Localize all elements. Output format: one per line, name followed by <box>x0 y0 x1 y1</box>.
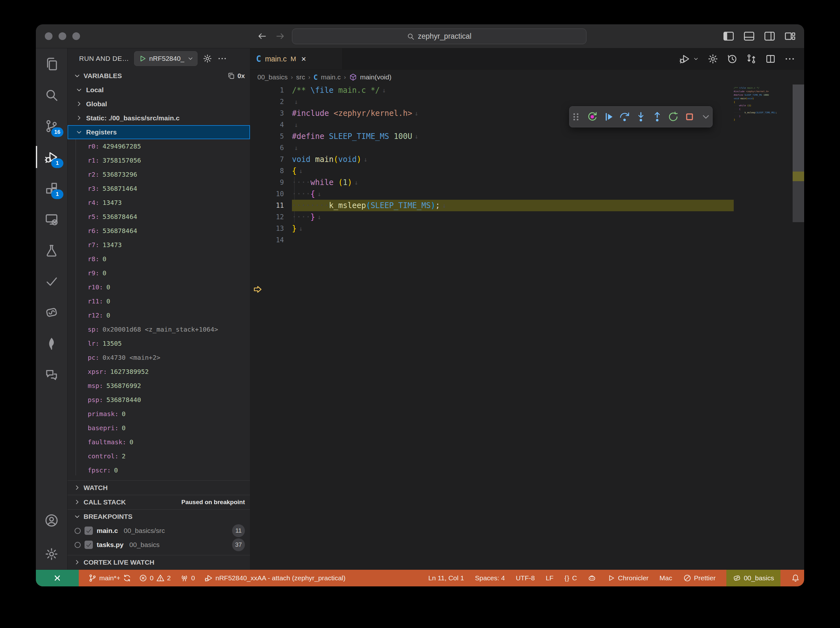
register-row-r5[interactable]: r5:536878464 <box>68 210 250 224</box>
breadcrumb-item[interactable]: main(void) <box>360 73 392 81</box>
cursor-position[interactable]: Ln 11, Col 1 <box>428 570 464 586</box>
toggle-panel-button[interactable] <box>743 30 755 42</box>
variables-scope-global[interactable]: Global <box>68 97 250 111</box>
breakpoint-row-tasks-py[interactable]: tasks.py00_basics37 <box>68 538 250 552</box>
code-line-9[interactable]: 9····while (1)↓ <box>250 177 734 188</box>
chronicler-status[interactable]: Chronicler <box>607 570 649 586</box>
open-changes-icon[interactable] <box>746 54 757 64</box>
run-dropdown-chevron[interactable] <box>693 56 699 62</box>
line-number[interactable]: 8 <box>250 167 284 175</box>
code-area[interactable]: 1/** \file main.c */↓2↓3#include <zephyr… <box>250 85 804 570</box>
command-center[interactable]: zephyr_practical <box>292 28 586 44</box>
activity-bar-item-remote-explorer[interactable] <box>36 204 67 235</box>
register-row-r1[interactable]: r1:3758157056 <box>68 153 250 167</box>
register-row-r2[interactable]: r2:536873296 <box>68 167 250 181</box>
register-row-r11[interactable]: r11:0 <box>68 294 250 308</box>
forward-button[interactable] <box>275 32 285 41</box>
register-row-pc[interactable]: pc:0x4730 <main+2> <box>68 350 250 364</box>
split-editor-icon[interactable] <box>765 54 776 64</box>
indentation[interactable]: Spaces: 4 <box>475 570 505 586</box>
activity-bar-item-accounts[interactable] <box>36 505 67 536</box>
variables-scope-registers[interactable]: Registers <box>68 125 250 139</box>
line-number[interactable]: 2 <box>250 98 284 106</box>
register-row-control[interactable]: control:2 <box>68 449 250 463</box>
broadcast-status[interactable]: 0 <box>180 570 195 586</box>
prettier-status[interactable]: Prettier <box>683 570 716 586</box>
activity-bar-item-explorer[interactable] <box>36 48 67 79</box>
breadcrumb-item[interactable]: main.c <box>321 73 341 81</box>
step-into-button[interactable] <box>635 110 647 124</box>
scrollbar-slider[interactable] <box>793 85 804 172</box>
encoding[interactable]: UTF-8 <box>516 570 535 586</box>
line-number[interactable]: 11 <box>250 202 284 209</box>
customize-layout-button[interactable] <box>784 30 796 42</box>
register-row-r7[interactable]: r7:13473 <box>68 238 250 252</box>
code-line-6[interactable]: 6↓ <box>250 142 734 154</box>
eol-indicator[interactable]: LF <box>546 570 554 586</box>
sidebar-more-icon[interactable] <box>217 54 227 63</box>
copilot-status[interactable] <box>588 570 596 586</box>
continue-button[interactable] <box>602 110 615 124</box>
close-window-button[interactable] <box>45 32 52 40</box>
timeline-history-icon[interactable] <box>727 54 737 64</box>
code-line-8[interactable]: 8{↓ <box>250 165 734 177</box>
language-mode[interactable]: {}C <box>564 570 577 586</box>
run-or-debug-icon[interactable] <box>679 54 690 64</box>
step-out-button[interactable] <box>651 110 664 124</box>
register-row-sp[interactable]: sp:0x20001d68 <z_main_stack+1064> <box>68 322 250 336</box>
register-row-primask[interactable]: primask:0 <box>68 407 250 421</box>
code-line-1[interactable]: 1/** \file main.c */↓ <box>250 85 734 96</box>
close-tab-icon[interactable]: × <box>301 54 306 64</box>
code-line-7[interactable]: 7void main(void)↓ <box>250 154 734 165</box>
register-row-r10[interactable]: r10:0 <box>68 280 250 294</box>
activity-bar-item-mongodb[interactable] <box>36 328 67 359</box>
debug-session-status[interactable]: nRF52840_xxAA - attach (zephyr_practical… <box>205 570 346 586</box>
code-line-11[interactable]: 11········k_msleep(SLEEP_TIME_MS);↓ <box>250 200 734 211</box>
register-row-r4[interactable]: r4:13473 <box>68 196 250 210</box>
zoom-window-button[interactable] <box>73 32 80 40</box>
minimap[interactable]: /** \file main.c */#include <zephyr/kern… <box>734 87 793 121</box>
breakpoint-row-main-c[interactable]: main.c00_basics/src11 <box>68 524 250 538</box>
activity-bar-item-run-and-debug[interactable]: 1 <box>36 142 67 172</box>
register-row-r9[interactable]: r9:0 <box>68 266 250 280</box>
register-row-r6[interactable]: r6:536878464 <box>68 224 250 238</box>
line-number[interactable]: 7 <box>250 156 284 163</box>
activity-bar-item-search[interactable] <box>36 79 67 110</box>
line-number[interactable]: 10 <box>250 190 284 198</box>
register-row-msp[interactable]: msp:536876992 <box>68 379 250 393</box>
line-number[interactable]: 3 <box>250 109 284 117</box>
mac-status[interactable]: Mac <box>660 570 672 586</box>
breakpoint-checkbox[interactable] <box>85 527 93 535</box>
register-row-psp[interactable]: psp:536878440 <box>68 393 250 407</box>
hex-format-toggle[interactable]: 0x <box>237 72 245 80</box>
toggle-secondary-sidebar-button[interactable] <box>764 30 775 42</box>
line-number[interactable]: 4 <box>250 121 284 129</box>
launch-config-dropdown[interactable]: nRF52840_ <box>134 51 197 66</box>
activity-bar-item-extensions[interactable]: 1 <box>36 172 67 204</box>
toggle-primary-sidebar-button[interactable] <box>723 30 734 42</box>
variables-scope-static-00-basics-src-main-c[interactable]: Static: ./00_basics/src/main.c <box>68 111 250 125</box>
variables-scope-local[interactable]: Local <box>68 83 250 97</box>
call-stack-section-header[interactable]: CALL STACK Paused on breakpoint <box>68 495 250 509</box>
breadcrumb-item[interactable]: 00_basics <box>257 73 288 81</box>
cortex-live-watch-section-header[interactable]: CORTEX LIVE WATCH <box>68 555 250 570</box>
breakpoint-checkbox[interactable] <box>85 541 93 549</box>
breadcrumb-item[interactable]: src <box>296 73 305 81</box>
register-row-r8[interactable]: r8:0 <box>68 252 250 266</box>
problems-status[interactable]: 02 <box>139 570 171 586</box>
scrollbar-track[interactable] <box>793 85 804 222</box>
tab-main-c[interactable]: C main.c M × <box>250 48 343 69</box>
register-row-lr[interactable]: lr:13505 <box>68 336 250 350</box>
line-number[interactable]: 1 <box>250 87 284 94</box>
stop-button[interactable] <box>683 110 696 124</box>
register-row-r12[interactable]: r12:0 <box>68 308 250 322</box>
back-button[interactable] <box>257 32 267 41</box>
activity-bar-item-testing-beaker[interactable] <box>36 235 67 266</box>
breakpoints-section-header[interactable]: BREAKPOINTS <box>68 509 250 524</box>
code-line-10[interactable]: 10····{↓ <box>250 188 734 200</box>
watch-section-header[interactable]: WATCH <box>68 480 250 495</box>
register-row-r0[interactable]: r0:4294967285 <box>68 139 250 153</box>
code-line-12[interactable]: 12····}↓ <box>250 211 734 223</box>
code-line-14[interactable]: 14 <box>250 234 734 246</box>
collapse-copy-icon[interactable] <box>227 72 235 80</box>
